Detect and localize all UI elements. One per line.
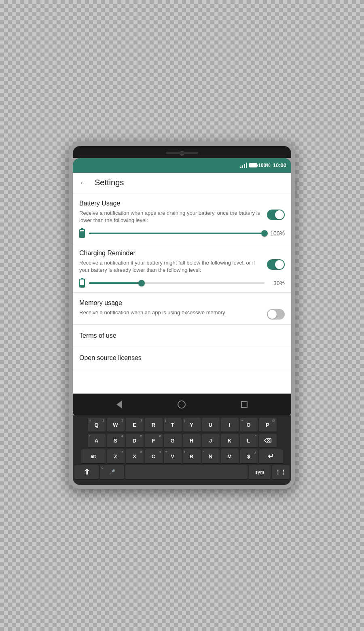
key-p[interactable]: P@ <box>259 418 277 432</box>
memory-usage-section: Memory usage Receive a notification when… <box>73 293 291 325</box>
key-g[interactable]: G <box>164 434 182 448</box>
key-shift[interactable]: ⇧ <box>74 465 99 480</box>
key-c[interactable]: C9 <box>145 449 163 464</box>
key-s[interactable]: S4 <box>107 434 125 448</box>
key-sym[interactable]: sym <box>249 465 271 480</box>
charging-reminder-row: Receive a notification if your battery m… <box>79 259 285 274</box>
nav-bar <box>73 394 291 415</box>
signal-icon <box>240 163 247 168</box>
charging-reminder-section: Charging Reminder Receive a notification… <box>73 243 291 293</box>
nav-home-button[interactable] <box>178 400 186 409</box>
battery-usage-slider-row: 100% <box>79 229 285 238</box>
open-source-label: Open source licenses <box>79 354 285 362</box>
open-source-row[interactable]: Open source licenses <box>73 347 291 369</box>
slider-track-fill-1 <box>89 233 265 234</box>
key-r[interactable]: R <box>145 418 163 432</box>
charging-reminder-toggle[interactable] <box>267 259 285 270</box>
keyboard-row-4: ⇧ 0🎤 sym ⋮⋮ <box>74 465 290 480</box>
page-title: Settings <box>95 178 124 187</box>
key-q[interactable]: #Q1 <box>88 418 106 432</box>
nav-back-icon <box>116 400 122 409</box>
battery-icon: 100% <box>249 163 271 168</box>
memory-usage-row: Receive a notification when an app is us… <box>79 309 285 320</box>
keyboard-row-2: *A S4 D5 F6 G H J K L" ⌫ <box>74 434 290 448</box>
key-k[interactable]: K <box>221 434 239 448</box>
screen-area: 100% 10:00 ← Settings Battery Usage Rece… <box>73 158 291 416</box>
toggle-knob <box>275 210 284 219</box>
charging-reminder-title: Charging Reminder <box>79 250 285 257</box>
key-backspace[interactable]: ⌫ <box>259 434 277 448</box>
battery-usage-title: Battery Usage <box>79 200 285 207</box>
key-j[interactable]: J <box>202 434 220 448</box>
status-time: 10:00 <box>273 162 286 168</box>
battery-usage-section: Battery Usage Receive a notification whe… <box>73 193 291 243</box>
status-icons: 100% 10:00 <box>240 162 286 168</box>
battery-body <box>249 163 257 167</box>
key-e[interactable]: E3 <box>126 418 144 432</box>
slider-thumb-2[interactable] <box>138 280 145 286</box>
battery-usage-row: Receive a notification when apps are dra… <box>79 210 285 224</box>
key-t[interactable]: (T <box>164 418 182 432</box>
status-bar: 100% 10:00 <box>73 158 291 173</box>
terms-of-use-row[interactable]: Terms of use <box>73 325 291 347</box>
key-mic[interactable]: 0🎤 <box>100 465 124 480</box>
slider-thumb-1[interactable] <box>261 230 268 237</box>
charging-reminder-slider-row: 30% <box>79 279 285 288</box>
nav-back-button[interactable] <box>116 400 122 409</box>
key-i[interactable]: -I <box>221 418 239 432</box>
charging-reminder-slider[interactable] <box>89 282 265 284</box>
key-b[interactable]: !B <box>183 449 201 464</box>
charging-reminder-value: 30% <box>269 280 285 286</box>
phone-device: 100% 10:00 ← Settings Battery Usage Rece… <box>69 142 295 489</box>
bottom-space <box>73 369 291 394</box>
phone-top <box>73 146 291 158</box>
key-space[interactable] <box>125 465 248 480</box>
key-z[interactable]: Z7 <box>107 449 125 464</box>
key-y[interactable]: )Y <box>183 418 201 432</box>
key-n[interactable]: 'N <box>202 449 220 464</box>
settings-list: Battery Usage Receive a notification whe… <box>73 193 291 394</box>
screen-content: ← Settings Battery Usage Receive a notif… <box>73 173 291 394</box>
battery-small-icon-2 <box>79 279 85 288</box>
slider-track-fill-2 <box>89 282 142 284</box>
battery-fill-2 <box>80 285 84 287</box>
memory-usage-toggle[interactable] <box>267 309 285 320</box>
key-m[interactable]: M <box>221 449 239 464</box>
keyboard: #Q1 W2 E3 R (T )Y -U -I +O P@ *A S4 D5 F… <box>73 415 291 485</box>
toggle-knob-3 <box>268 310 277 319</box>
nav-recent-icon <box>241 401 248 408</box>
battery-percent: 100% <box>258 163 271 168</box>
back-button[interactable]: ← <box>79 178 88 188</box>
key-l[interactable]: L" <box>240 434 258 448</box>
terms-of-use-label: Terms of use <box>79 332 285 339</box>
side-button[interactable] <box>295 178 297 195</box>
charging-reminder-desc: Receive a notification if your battery m… <box>79 259 262 274</box>
key-v[interactable]: ?V <box>164 449 182 464</box>
key-grid[interactable]: ⋮⋮ <box>272 465 290 480</box>
speaker <box>166 152 198 154</box>
key-w[interactable]: W2 <box>107 418 125 432</box>
app-header: ← Settings <box>73 173 291 193</box>
memory-usage-desc: Receive a notification when an app is us… <box>79 309 262 316</box>
nav-home-icon <box>178 400 186 409</box>
nav-recent-button[interactable] <box>241 401 248 408</box>
key-u[interactable]: -U <box>202 418 220 432</box>
keyboard-row-3: alt Z7 X8 C9 ?V !B 'N M $♪ ↵ <box>74 449 290 464</box>
key-alt[interactable]: alt <box>81 449 106 464</box>
battery-fill-1 <box>80 231 84 237</box>
key-o[interactable]: +O <box>240 418 258 432</box>
key-d[interactable]: D5 <box>126 434 144 448</box>
battery-usage-slider[interactable] <box>89 233 265 234</box>
key-dollar[interactable]: $♪ <box>240 449 258 464</box>
key-a[interactable]: *A <box>88 434 106 448</box>
key-h[interactable]: H <box>183 434 201 448</box>
battery-fill <box>250 164 256 167</box>
battery-small-icon-1 <box>79 229 85 238</box>
battery-usage-toggle[interactable] <box>267 210 285 220</box>
key-enter[interactable]: ↵ <box>259 449 283 464</box>
memory-usage-title: Memory usage <box>79 299 285 307</box>
key-x[interactable]: X8 <box>126 449 144 464</box>
key-f[interactable]: F6 <box>145 434 163 448</box>
toggle-knob-2 <box>275 260 284 269</box>
keyboard-row-1: #Q1 W2 E3 R (T )Y -U -I +O P@ <box>74 418 290 432</box>
